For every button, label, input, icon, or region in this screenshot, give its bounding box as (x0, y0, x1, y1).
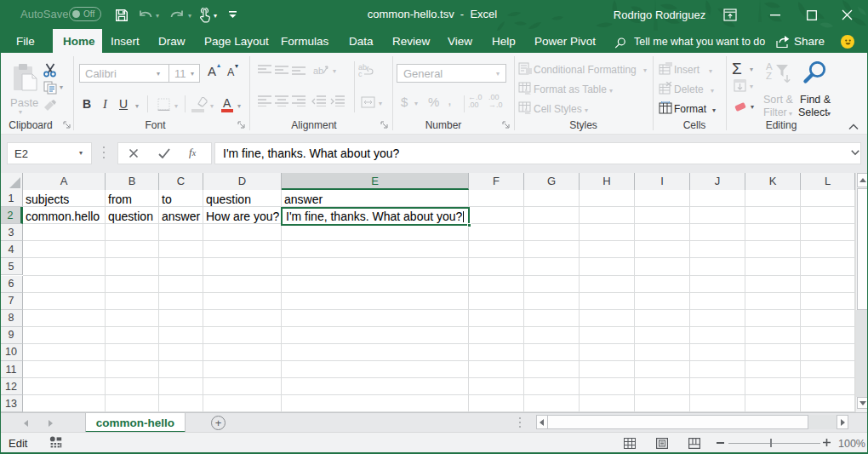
svg-text:ab: ab (313, 66, 323, 76)
svg-text:c: c (358, 70, 363, 78)
